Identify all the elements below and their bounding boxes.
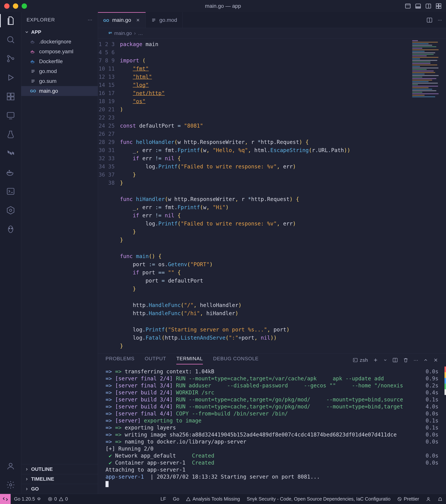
accounts-activity-icon[interactable] (5, 461, 16, 471)
explorer-root-label: APP (31, 29, 41, 35)
explorer-actions-icon[interactable]: ··· (88, 17, 92, 23)
testing-activity-icon[interactable] (5, 129, 16, 140)
toggle-panel-icon[interactable] (405, 3, 411, 9)
source-control-activity-icon[interactable] (5, 54, 16, 64)
terraform-activity-icon[interactable] (5, 148, 16, 159)
file-item-compose-yaml[interactable]: compose.yaml (21, 47, 98, 56)
chevron-right-icon (24, 486, 29, 491)
run-debug-activity-icon[interactable] (5, 72, 16, 83)
terminal-line: => [server build 3/4] RUN --mount=type=c… (106, 396, 438, 403)
panel-tabs: PROBLEMSOUTPUTTERMINALDEBUG CONSOLE zsh … (98, 354, 446, 366)
remote-explorer-activity-icon[interactable] (5, 110, 16, 121)
status-bell-icon[interactable] (434, 497, 446, 502)
status-snyk[interactable]: Snyk Security - Code, Open Source Depend… (243, 496, 394, 502)
file-label: compose.yaml (39, 49, 74, 54)
panel-tab-output[interactable]: OUTPUT (145, 356, 166, 364)
status-errors[interactable]: 0 0 (44, 496, 71, 502)
file-label: go.mod (39, 68, 57, 74)
terminal-line: => [server final 2/4] RUN --mount=type=c… (106, 375, 438, 382)
explorer-root[interactable]: APP (21, 27, 98, 37)
file-item-go-mod[interactable]: go.mod (21, 66, 98, 76)
section-label: OUTLINE (31, 466, 53, 472)
status-language[interactable]: Go (170, 496, 183, 502)
file-icon (30, 39, 36, 45)
section-outline[interactable]: OUTLINE (21, 464, 98, 474)
close-window-button[interactable] (4, 3, 9, 9)
new-terminal-icon[interactable] (373, 358, 378, 363)
tab-main-go[interactable]: GOmain.go (98, 12, 146, 28)
editor-group: GOmain.gogo.mod ··· ᵍᵒ main.go › … 1 2 3… (98, 12, 446, 494)
section-go[interactable]: GO (21, 484, 98, 494)
status-analysis[interactable]: Analysis Tools Missing (183, 496, 243, 502)
toggle-bottom-panel-icon[interactable] (415, 3, 421, 9)
maximize-panel-icon[interactable] (423, 358, 428, 362)
search-activity-icon[interactable] (5, 35, 16, 45)
extensions-activity-icon[interactable] (5, 91, 16, 102)
gitlens-activity-icon[interactable] (5, 224, 16, 234)
close-panel-icon[interactable] (433, 358, 438, 363)
tab-go-mod[interactable]: go.mod (146, 12, 183, 28)
svg-marker-26 (7, 206, 14, 214)
terminal-line: app-server-1 | 2023/07/02 18:13:32 Start… (106, 473, 438, 480)
svg-rect-16 (11, 93, 14, 96)
section-label: GO (31, 486, 39, 492)
svg-line-11 (12, 41, 14, 43)
kubernetes-activity-icon[interactable] (5, 205, 16, 216)
toggle-sidebar-icon[interactable] (425, 3, 432, 9)
minimize-window-button[interactable] (13, 3, 18, 9)
terminal-line: => => transferring context: 1.04kB0.0s (106, 368, 438, 375)
section-timeline[interactable]: TIMELINE (21, 474, 98, 484)
line-number-gutter: 1 2 3 4 5 6 7 8 9 10 11 12 13 14 15 16 1… (98, 39, 120, 353)
zoom-window-button[interactable] (22, 3, 27, 9)
panel-tab-terminal[interactable]: TERMINAL (176, 356, 203, 364)
more-editor-actions-icon[interactable]: ··· (438, 17, 442, 23)
terminal-body[interactable]: => => transferring context: 1.04kB0.0s=>… (98, 366, 446, 494)
file-icon (30, 58, 36, 64)
svg-rect-35 (32, 40, 33, 41)
file-item-go-sum[interactable]: go.sum (21, 76, 98, 86)
terminal-dropdown-icon[interactable] (383, 358, 387, 362)
terminal-line: => [server final 4/4] COPY --from=build … (106, 410, 438, 417)
status-prettier[interactable]: Prettier (394, 496, 423, 502)
customize-layout-icon[interactable] (435, 3, 442, 9)
status-go-version[interactable]: Go 1.20.5 (11, 496, 44, 502)
tab-label: main.go (112, 17, 131, 23)
kill-terminal-icon[interactable] (403, 357, 409, 363)
terminal-shell-selector[interactable]: zsh (353, 357, 368, 363)
breadcrumb[interactable]: ᵍᵒ main.go › … (98, 28, 446, 39)
chevron-right-icon (24, 477, 29, 482)
status-feedback-icon[interactable] (423, 497, 434, 502)
svg-rect-3 (416, 7, 421, 8)
split-terminal-icon[interactable] (392, 357, 398, 363)
file-icon (30, 49, 36, 54)
status-bar: Go 1.20.5 0 0 LF Go Analysis Tools Missi… (0, 494, 446, 504)
terminal-line: ✔ Container app-server-1 Created0.0s (106, 459, 438, 466)
panel-tab-debug-console[interactable]: DEBUG CONSOLE (213, 356, 259, 364)
status-eol[interactable]: LF (157, 496, 170, 502)
terminal-preview-activity-icon[interactable] (5, 186, 16, 197)
file-item-main-go[interactable]: GOmain.go (21, 86, 98, 96)
breadcrumb-separator: › (134, 30, 136, 36)
remote-indicator[interactable] (0, 494, 11, 504)
split-editor-icon[interactable] (426, 17, 433, 23)
chevron-right-icon (24, 467, 29, 472)
explorer-activity-icon[interactable] (5, 16, 16, 26)
svg-point-28 (9, 228, 10, 229)
svg-rect-39 (32, 50, 33, 51)
title-bar-layout-controls (405, 3, 442, 9)
svg-point-14 (12, 58, 14, 59)
settings-activity-icon[interactable] (5, 480, 16, 490)
file-label: Dockerfile (39, 58, 63, 64)
bottom-panel: PROBLEMSOUTPUTTERMINALDEBUG CONSOLE zsh … (98, 353, 446, 494)
panel-more-icon[interactable]: ··· (414, 357, 418, 363)
panel-tab-problems[interactable]: PROBLEMS (106, 356, 135, 364)
code-area[interactable]: package main import ( "fmt" "html" "log"… (120, 39, 446, 353)
terminal-decorations (445, 366, 446, 395)
editor-body[interactable]: 1 2 3 4 5 6 7 8 9 10 11 12 13 14 15 16 1… (98, 39, 446, 353)
file-item-Dockerfile[interactable]: Dockerfile (21, 56, 98, 66)
editor-tabs: GOmain.gogo.mod ··· (98, 12, 446, 28)
minimap[interactable] (412, 40, 443, 101)
docker-activity-icon[interactable] (5, 167, 16, 178)
close-tab-icon[interactable] (136, 18, 140, 22)
file-item--dockerignore[interactable]: .dockerignore (21, 37, 98, 47)
